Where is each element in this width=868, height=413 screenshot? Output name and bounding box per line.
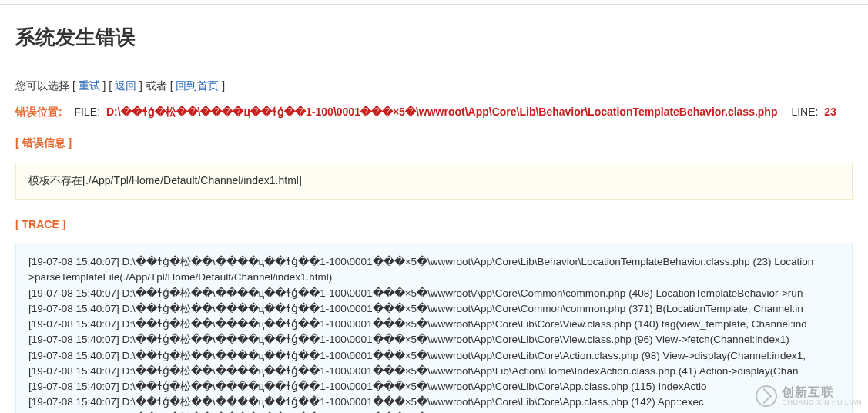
back-link[interactable]: 返回 xyxy=(115,79,136,92)
watermark: 创新互联 CHUANG XIN HU LIAN xyxy=(756,385,862,407)
line-number: 23 xyxy=(824,106,836,118)
trace-line: [19-07-08 15:40:07] D:\��ɬǵ�松��\����ц��ɬ… xyxy=(28,395,840,410)
trace-line: [19-07-08 15:40:07] D:\��ɬǵ�松��\����ц��ɬ… xyxy=(28,301,840,317)
watermark-sub: CHUANG XIN HU LIAN xyxy=(782,399,862,407)
options-or: 或者 xyxy=(146,79,167,92)
trace-line: [19-07-08 15:40:07] D:\��ɬǵ�松��\����ц��ɬ… xyxy=(28,254,840,270)
trace-header: [ TRACE ] xyxy=(15,212,853,237)
error-location-label: 错误位置: xyxy=(15,106,62,118)
trace-line: [19-07-08 15:40:07] D:\��ɬǵ�松��\����ц��ɬ… xyxy=(28,411,840,414)
file-label: FILE: xyxy=(75,106,100,118)
trace-line: [19-07-08 15:40:07] D:\��ɬǵ�松��\����ц��ɬ… xyxy=(28,317,840,332)
watermark-text: 创新互联 CHUANG XIN HU LIAN xyxy=(782,385,862,406)
error-message-box: 模板不存在[./App/Tpl/Home/Default/Channel/ind… xyxy=(15,163,853,200)
trace-line: [19-07-08 15:40:07] D:\��ɬǵ�松��\����ц��ɬ… xyxy=(28,286,840,301)
line-label: LINE: xyxy=(791,106,818,118)
trace-line: [19-07-08 15:40:07] D:\��ɬǵ�松��\����ц��ɬ… xyxy=(28,364,840,379)
watermark-main: 创新互联 xyxy=(782,385,862,399)
page-title: 系统发生错误 xyxy=(15,5,853,65)
trace-line: [19-07-08 15:40:07] D:\��ɬǵ�松��\����ц��ɬ… xyxy=(28,379,840,395)
retry-link[interactable]: 重试 xyxy=(79,79,100,92)
error-info-header: [ 错误信息 ] xyxy=(15,130,853,156)
error-location-row: 错误位置: FILE: D:\��ɬǵ�松��\����ц��ɬǵ��1-100… xyxy=(15,101,853,130)
trace-box: [19-07-08 15:40:07] D:\��ɬǵ�松��\����ц��ɬ… xyxy=(15,243,853,413)
trace-line: [19-07-08 15:40:07] D:\��ɬǵ�松��\����ц��ɬ… xyxy=(28,348,840,364)
watermark-logo-icon xyxy=(756,385,777,407)
options-prefix: 您可以选择 xyxy=(15,79,69,92)
file-path: D:\��ɬǵ�松��\����ц��ɬǵ��1-100\0001���×5�\… xyxy=(106,106,778,118)
trace-line: [19-07-08 15:40:07] D:\��ɬǵ�松��\����ц��ɬ… xyxy=(28,332,840,348)
home-link[interactable]: 回到首页 xyxy=(176,79,219,92)
trace-line: >parseTemplateFile(./App/Tpl/Home/Defaul… xyxy=(28,270,840,285)
error-message: 模板不存在[./App/Tpl/Home/Default/Channel/ind… xyxy=(28,174,302,186)
options-row: 您可以选择 [ 重试 ] [ 返回 ] 或者 [ 回到首页 ] xyxy=(15,65,853,101)
